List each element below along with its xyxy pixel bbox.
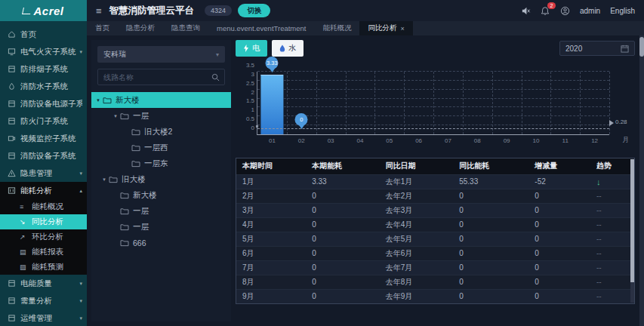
tree-node-label: 一层 — [133, 206, 149, 217]
username[interactable]: admin — [580, 7, 600, 15]
table-scrollbar[interactable] — [630, 159, 634, 303]
table-cell: 去年6月 — [380, 246, 453, 260]
table-cell: 0 — [528, 246, 590, 260]
tree-node-8[interactable]: 一层 — [97, 219, 225, 235]
table-cell: 0 — [453, 232, 528, 246]
chevron-down-icon: ▾ — [79, 49, 82, 55]
sidebar-item-7[interactable]: 消防设备子系统 — [0, 147, 87, 165]
collapse-menu-icon[interactable]: ≡ — [96, 5, 102, 17]
tree-node-5[interactable]: ▾旧大楼 — [97, 171, 225, 187]
bar-01[interactable] — [261, 75, 283, 134]
table-cell: 2月 — [236, 189, 306, 203]
y-axis-tick: 3 — [251, 70, 254, 77]
tab-2[interactable]: 隐患查询 — [163, 21, 208, 35]
water-toggle-button[interactable]: 水 — [272, 40, 304, 57]
yoy-table: 本期时间本期能耗同比日期同比能耗增减量趋势 1月3.33去年1月55.33-52… — [236, 158, 635, 304]
sidebar-item-9[interactable]: 能耗分析▴ — [0, 182, 87, 199]
user-avatar-icon[interactable] — [560, 6, 570, 16]
close-tab-icon[interactable]: × — [400, 25, 404, 32]
tab-3[interactable]: menu.event.eventTreatment — [208, 21, 314, 35]
notification-bell-icon[interactable]: 2 — [541, 6, 550, 16]
tree-node-1[interactable]: ▾一层 — [97, 108, 225, 124]
y-axis-tick: 1.5 — [246, 97, 254, 104]
electric-toggle-button[interactable]: 电 — [236, 40, 267, 57]
tab-label: 同比分析 — [368, 23, 396, 33]
submenu-item-1[interactable]: ↘同比分析 — [0, 214, 87, 229]
sidebar-item-label: 首页 — [20, 29, 82, 40]
year-select[interactable]: 2020 — [559, 41, 635, 56]
sidebar-item-5[interactable]: 防火门子系统 — [0, 112, 87, 130]
mute-speaker-icon[interactable] — [521, 6, 531, 16]
top-header: Acrel ≡ 智慧消防管理云平台 4324 切换 2 admin Englis… — [0, 0, 644, 21]
gridline-v — [522, 72, 522, 134]
sidebar-item-11[interactable]: 需量分析▾ — [0, 292, 87, 309]
building-select[interactable]: 安科瑞 ▾ — [97, 46, 225, 63]
power-quality-icon — [8, 279, 16, 288]
logo-text: Acrel — [33, 5, 63, 17]
y-axis-tick: 2.5 — [246, 79, 254, 86]
table-cell: 0 — [528, 217, 590, 232]
table-header-1: 本期能耗 — [306, 158, 379, 174]
line-search-input[interactable] — [98, 73, 206, 82]
table-header-3: 同比能耗 — [453, 158, 528, 174]
table-row: 9月0去年9月00-- — [236, 289, 634, 303]
tab-1[interactable]: 隐患分析 — [118, 21, 163, 35]
sidebar-item-4[interactable]: 消防设备电源子系统 — [0, 95, 87, 112]
caret-down-icon: ▾ — [100, 177, 108, 183]
search-icon[interactable] — [206, 69, 224, 85]
sidebar-item-6[interactable]: 视频监控子系统 — [0, 130, 87, 147]
device-tree-panel: 安科瑞 ▾ ▾新大楼▾一层旧大楼2一层西一层东▾旧大楼新大楼一层一层666 — [91, 40, 231, 321]
sidebar-item-0[interactable]: 首页 — [0, 26, 87, 43]
x-axis-tick: 06 — [415, 137, 422, 144]
smoke-control-icon — [8, 65, 16, 73]
tree-node-2[interactable]: 旧大楼2 — [97, 124, 225, 140]
tree-node-3[interactable]: 一层西 — [97, 140, 225, 155]
table-cell: 0 — [453, 289, 528, 303]
submenu-item-2[interactable]: ↗环比分析 — [0, 229, 87, 244]
sidebar-item-10[interactable]: 电能质量▾ — [0, 275, 87, 292]
table-cell: 0 — [306, 203, 379, 217]
sidebar-item-8[interactable]: 隐患管理▾ — [0, 165, 87, 182]
tab-5[interactable]: 同比分析× — [359, 21, 412, 35]
tree-node-label: 旧大楼 — [122, 174, 146, 185]
building-select-value: 安科瑞 — [103, 49, 126, 60]
table-cell: 55.33 — [453, 174, 528, 189]
tab-0[interactable]: 首页 — [87, 21, 118, 35]
tree-node-label: 旧大楼2 — [144, 127, 172, 137]
tree-node-9[interactable]: 666 — [97, 235, 225, 251]
submenu-item-4[interactable]: ▨能耗预测 — [0, 260, 87, 275]
tree-node-6[interactable]: 新大楼 — [97, 187, 225, 203]
tree-node-7[interactable]: 一层 — [97, 203, 225, 219]
y-axis-tick: 0 — [251, 125, 254, 131]
table-cell: 0 — [453, 260, 528, 275]
page-scrollbar[interactable] — [639, 35, 644, 326]
submenu-item-0[interactable]: ≡能耗概况 — [0, 199, 87, 214]
gridline-v — [463, 72, 464, 134]
chevron-down-icon: ▾ — [216, 51, 219, 58]
table-cell: 0 — [528, 203, 590, 217]
tab-4[interactable]: 能耗概况 — [314, 21, 359, 35]
yoy-bar-chart: 00.511.522.533.5010203040506070809101112… — [236, 61, 635, 153]
hazard-icon — [8, 169, 16, 177]
tree-node-0[interactable]: ▾新大楼 — [91, 92, 231, 108]
sidebar-item-2[interactable]: 防排烟子系统 — [0, 60, 87, 78]
sidebar-item-1[interactable]: 电气火灾子系统▾ — [0, 43, 87, 60]
language-switch[interactable]: English — [610, 7, 635, 15]
sidebar-item-3[interactable]: 消防水子系统 — [0, 78, 87, 95]
sidebar-item-label: 消防设备子系统 — [20, 151, 82, 161]
table-cell: 3月 — [236, 203, 306, 217]
table-cell: 4月 — [236, 217, 306, 232]
chart-plot-area: 00.511.522.533.5010203040506070809101112… — [257, 72, 609, 135]
folder-icon — [103, 97, 112, 104]
electrical-fire-icon — [8, 48, 16, 56]
tree-node-label: 666 — [133, 238, 146, 248]
table-row: 8月0去年8月00-- — [236, 275, 634, 289]
caret-down-icon: ▾ — [94, 97, 102, 103]
table-cell: 0 — [306, 217, 379, 232]
tree-node-4[interactable]: 一层东 — [97, 155, 225, 171]
sidebar-item-label: 电能质量 — [20, 278, 78, 289]
fire-door-icon — [8, 117, 16, 125]
sidebar-item-12[interactable]: 运维管理▾ — [0, 309, 87, 326]
switch-button[interactable]: 切换 — [238, 4, 270, 17]
submenu-item-3[interactable]: ▤能耗报表 — [0, 244, 87, 260]
